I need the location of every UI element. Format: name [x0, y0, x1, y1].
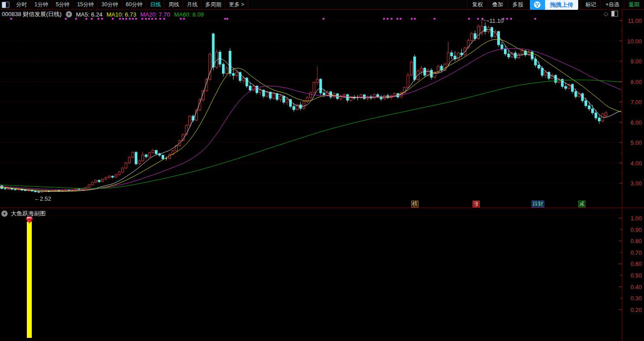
subchart-header: ▼ 大鱼跃海副图 — [1, 210, 46, 218]
mark-button[interactable]: 标记 — [580, 0, 601, 9]
subchart-title: 大鱼跃海副图 — [11, 210, 46, 218]
add-watchlist-button[interactable]: +自选 — [601, 0, 624, 9]
diamond-marker-icon[interactable]: ◇ — [604, 11, 608, 17]
toolbar-right-group: 复权 叠加 多股 拖拽上传 标记 +自选 返回 — [467, 0, 644, 9]
candlesticks — [1, 18, 607, 193]
period-item[interactable]: 周线 — [165, 0, 183, 9]
chart-title-bar: 000838 财信发展(日线) ▼ MA5: 6.24 MA10: 6.73 M… — [0, 10, 204, 18]
chevron-down-icon[interactable]: ▼ — [1, 210, 8, 217]
period-item[interactable]: 60分钟 — [122, 0, 146, 9]
multi-stock-button[interactable]: 多股 — [508, 0, 528, 9]
subchart-signal — [26, 217, 33, 338]
share-network-icon — [530, 0, 545, 10]
period-item[interactable]: 30分钟 — [98, 0, 122, 9]
period-item[interactable]: 月线 — [183, 0, 201, 9]
overlay-button[interactable]: 叠加 — [487, 0, 508, 9]
period-item[interactable]: 多周期 — [201, 0, 225, 9]
window-icon[interactable] — [2, 2, 9, 8]
signal-bar — [27, 222, 32, 338]
chevron-down-icon[interactable]: ▼ — [66, 11, 72, 17]
price-axis — [0, 10, 644, 341]
drag-upload-label: 拖拽上传 — [545, 0, 578, 10]
period-item[interactable]: 5分钟 — [52, 0, 74, 9]
period-item-daily[interactable]: 日线 — [146, 0, 165, 9]
stock-chart-canvas[interactable] — [0, 0, 644, 341]
ma-line-ma10 — [0, 39, 621, 191]
title-right-icons: ◇ — [604, 11, 618, 17]
sidebar-toggle-icon[interactable] — [611, 11, 618, 17]
period-item[interactable]: 分时 — [13, 0, 31, 9]
ma20-legend: MA20: 7.70 — [140, 11, 170, 18]
ma60-legend: MA60: 8.09 — [174, 11, 204, 18]
back-button[interactable]: 返回 — [624, 0, 644, 9]
period-item-more[interactable]: 更多 > — [225, 0, 248, 9]
adjust-price-button[interactable]: 复权 — [467, 0, 487, 9]
drag-upload-button[interactable]: 拖拽上传 — [530, 0, 578, 10]
top-toolbar: 分时 1分钟 5分钟 15分钟 30分钟 60分钟 日线 周线 月线 多周期 更… — [0, 0, 644, 10]
period-item[interactable]: 1分钟 — [31, 0, 52, 9]
period-tabs: 分时 1分钟 5分钟 15分钟 30分钟 60分钟 日线 周线 月线 多周期 更… — [13, 0, 248, 9]
symbol-title: 000838 财信发展(日线) — [2, 10, 62, 18]
ma10-legend: MA10: 6.73 — [107, 11, 136, 18]
period-item[interactable]: 15分钟 — [73, 0, 98, 9]
ma5-legend: MA5: 6.24 — [76, 11, 102, 18]
ma-line-ma20 — [0, 49, 621, 190]
